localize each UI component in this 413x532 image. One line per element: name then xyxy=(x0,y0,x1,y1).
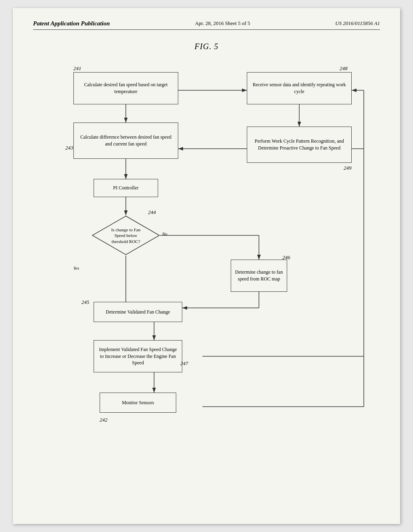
box-248: Receive sensor data and identify repeati… xyxy=(247,72,352,104)
ref-247: 247 xyxy=(180,360,188,367)
box-wc: Perform Work Cycle Pattern Recognition, … xyxy=(247,127,352,163)
ref-243: 243 xyxy=(65,145,73,151)
flowchart-arrows xyxy=(33,42,380,485)
header-center: Apr. 28, 2016 Sheet 5 of 5 xyxy=(195,20,250,27)
header-right: US 2016/0115856 A1 xyxy=(335,20,380,27)
ref-242: 242 xyxy=(100,417,108,423)
page: Patent Application Publication Apr. 28, … xyxy=(13,8,400,524)
figure-title: FIG. 5 xyxy=(33,42,380,51)
diamond-roc-text: Is change to Fan Speed below threshold R… xyxy=(106,227,146,244)
page-header: Patent Application Publication Apr. 28, … xyxy=(33,20,380,30)
ref-248: 248 xyxy=(340,65,348,72)
label-yes: Yes xyxy=(73,266,79,270)
box-diff: Calculate difference between desired fan… xyxy=(73,123,178,159)
box-implement: Implement Validated Fan Speed Change to … xyxy=(94,340,182,372)
header-left: Patent Application Publication xyxy=(33,20,110,27)
box-validated: Determine Validated Fan Change xyxy=(94,302,182,322)
ref-241: 241 xyxy=(73,65,81,72)
box-pi: PI Controller xyxy=(94,179,158,197)
label-no: No xyxy=(162,231,167,236)
ref-245: 245 xyxy=(81,299,90,305)
ref-244: 244 xyxy=(148,209,156,216)
box-roc-map: Determine change to fan speed from ROC m… xyxy=(231,260,287,292)
diagram-area: FIG. 5 xyxy=(33,42,380,485)
diamond-roc: Is change to Fan Speed below threshold R… xyxy=(92,215,160,256)
box-monitor: Monitor Sensors xyxy=(100,393,176,413)
ref-249: 249 xyxy=(344,165,352,171)
ref-246: 246 xyxy=(282,254,290,261)
box-241: Calculate desired fan speed based on tar… xyxy=(73,72,178,104)
